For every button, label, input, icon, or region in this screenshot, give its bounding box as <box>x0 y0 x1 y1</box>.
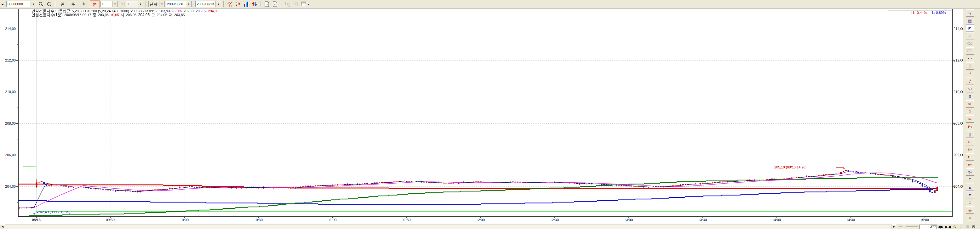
ellipse-tool-icon[interactable]: ○ <box>966 214 974 221</box>
x-axis-tick <box>776 216 777 218</box>
chevron-down-icon[interactable]: ▼ <box>186 1 191 7</box>
scroll-right-button[interactable]: ▶ <box>892 224 896 229</box>
parallel-channel-tool-icon[interactable]: ∥ <box>966 131 974 138</box>
symbol-input[interactable]: 00000000 ▼ <box>6 1 36 7</box>
indicator-window-icon[interactable]: ▦ <box>966 17 974 24</box>
y-axis-label-left: 212,00 <box>1 58 16 62</box>
page-d-icon[interactable]: D <box>263 1 270 8</box>
y-axis-label-left: 206,00 <box>1 153 16 157</box>
price-chart-canvas[interactable] <box>18 9 953 217</box>
x-axis-label: 14:30 <box>846 218 855 222</box>
y-axis-tick <box>952 29 953 29</box>
minute-select[interactable]: 1 ▼ <box>100 1 118 7</box>
zigzag-d-tool-icon[interactable]: D~ <box>966 146 974 153</box>
y-axis-minor-tick <box>952 13 953 13</box>
chevron-down-icon[interactable]: ▼ <box>307 3 309 5</box>
vertical-segment-tool-icon[interactable]: ┃ <box>966 62 974 70</box>
slider-tick <box>916 227 916 229</box>
y-axis-minor-tick <box>952 171 953 171</box>
toolbar-separator <box>223 1 224 7</box>
scroll-left-button[interactable]: ◀ <box>0 224 5 229</box>
zigzag-e-tool-icon[interactable]: E~ <box>966 153 974 160</box>
save-window-icon[interactable]: ▼ <box>300 1 310 8</box>
chevron-down-icon[interactable]: ▼ <box>159 1 164 7</box>
chevron-down-icon[interactable]: ▼ <box>112 1 118 7</box>
compress-spacing-icon[interactable]: ▶◀ <box>945 224 951 229</box>
date-to-input[interactable]: 2009/08/13 ▼ <box>195 1 221 7</box>
y-axis-minor-tick <box>952 139 953 139</box>
period-month-button[interactable]: 월 <box>79 0 89 8</box>
low-label: 저 <box>169 13 173 17</box>
quote-note-tool-icon[interactable]: Q≡ <box>966 168 974 176</box>
x-axis-label: 12:00 <box>476 218 485 222</box>
chart-window: ▶| 00000000 ▼ 일 주 월 분 1 ▼ 틱 1 ▼ 날짜 ▼ <box>0 0 980 229</box>
y-axis-tick <box>16 60 18 61</box>
date-from-value: 2009/08/10 <box>166 2 185 6</box>
y-axis-tick <box>16 186 18 187</box>
bar-count-input[interactable]: 377 <box>919 224 937 229</box>
page-b-icon[interactable]: B <box>271 1 278 8</box>
zoom-out-icon: ⊖ <box>958 224 964 229</box>
zigzag-r-tool-icon[interactable]: R~ <box>966 161 974 168</box>
arrow-down-tool-icon[interactable]: ▼ <box>966 191 974 199</box>
bar-spacing-slider[interactable] <box>899 224 918 229</box>
period-day-button[interactable]: 일 <box>58 0 67 8</box>
y-axis-tick <box>16 123 18 124</box>
symbol-pin-icon[interactable]: ▶| <box>1 1 5 8</box>
search-icon[interactable] <box>37 1 45 8</box>
zigzag-l-tool-icon[interactable]: L~ <box>966 138 974 146</box>
close-panel-icon[interactable]: ⊠ <box>971 224 977 229</box>
horizontal-segment-tool-icon[interactable]: •–• <box>966 55 974 62</box>
chevron-down-icon[interactable]: ▼ <box>30 1 36 7</box>
search-zoom-icon[interactable] <box>45 1 52 8</box>
arrow-up-tool-icon[interactable]: ▲ <box>966 184 974 191</box>
speed-lines-tool-icon[interactable]: f/e <box>966 115 974 123</box>
fibo-lines-tool-icon[interactable]: f/L <box>966 100 974 107</box>
y-axis-minor-tick <box>952 107 953 108</box>
date-range-tilde: ~ <box>192 2 194 6</box>
slider-thumb[interactable] <box>902 224 906 229</box>
chevron-down-icon[interactable]: ▼ <box>215 1 221 7</box>
zoom-in-icon[interactable]: ⊕ <box>952 224 958 229</box>
svg-text:D: D <box>266 3 268 6</box>
period-minute-button[interactable]: 분 <box>90 0 100 8</box>
period-week-button[interactable]: 주 <box>68 0 78 8</box>
y-axis-label-left: 214,00 <box>1 27 16 30</box>
angle-line-tool-icon[interactable]: ┗ <box>966 70 974 77</box>
dotted-bar-chart-icon[interactable] <box>234 1 242 8</box>
circle-tool-icon[interactable]: ◎ <box>966 206 974 213</box>
cursor-tool-icon[interactable]: ◤ <box>966 25 974 32</box>
candle-chart-icon[interactable] <box>226 1 234 8</box>
x-axis-label: 11:30 <box>402 218 411 222</box>
slider-tick <box>908 227 908 229</box>
y-axis-tick <box>952 155 953 155</box>
expand-spacing-icon[interactable]: ◀▶ <box>937 224 944 229</box>
erase-tool-icon: ⌫ <box>966 40 974 47</box>
price-label-tool-icon[interactable]: A/T <box>966 85 974 93</box>
scrollbar-track[interactable] <box>5 224 891 229</box>
fibo-retracement-tool-icon[interactable]: f/R <box>966 123 974 130</box>
fibo-fan-tool-icon[interactable]: f/f <box>966 108 974 115</box>
chevron-down-icon: ▼ <box>138 1 143 7</box>
x-axis-label: 13:30 <box>698 218 707 222</box>
high-pct-label: H: <box>911 11 915 14</box>
rectangle-tool-icon[interactable]: □ <box>966 199 974 206</box>
x-axis-label: 08/13 <box>32 218 41 222</box>
date-from-input[interactable]: 2009/08/10 ▼ <box>166 1 191 7</box>
legend-toggle-icon[interactable]: ∣ <box>29 13 30 17</box>
y-axis-minor-tick <box>17 171 18 171</box>
y-axis-tick <box>952 92 953 92</box>
candle-page-icon <box>283 1 291 8</box>
slider-tick <box>900 227 900 229</box>
y-axis-label-left: 204,00 <box>1 184 16 188</box>
range-mode-select[interactable]: 날짜 ▼ <box>148 1 165 7</box>
refresh-swap-icon[interactable]: ⇆ <box>966 10 974 17</box>
bar-chart-icon[interactable] <box>243 1 250 8</box>
trend-line-tool-icon[interactable]: ╱ <box>966 78 974 85</box>
updown-arrows-icon[interactable] <box>251 1 258 8</box>
y-axis-label-left: 208,00 <box>1 122 16 125</box>
legend-toggle-icon[interactable]: ∣ <box>29 10 30 13</box>
horizontal-lines-tool-icon[interactable]: ≣ <box>966 93 974 100</box>
x-axis-tick <box>258 216 259 218</box>
text-tool-icon[interactable]: T <box>966 176 974 183</box>
